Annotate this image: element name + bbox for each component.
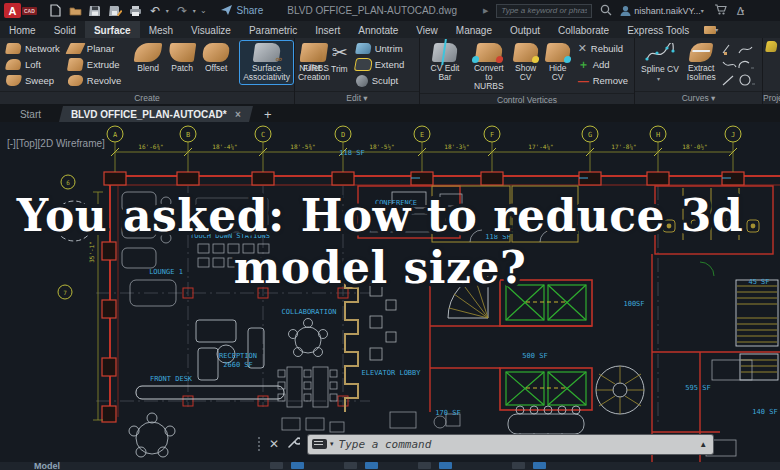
- svg-text:COLLABORATION: COLLABORATION: [282, 308, 337, 316]
- command-caret-icon[interactable]: ▾: [330, 440, 334, 448]
- tab-manage[interactable]: Manage: [447, 21, 501, 38]
- curve-tools-row-2[interactable]: [721, 58, 755, 72]
- svg-text:18'-3½": 18'-3½": [444, 143, 469, 150]
- alerts-caret-icon[interactable]: ▾: [741, 7, 744, 14]
- close-tab-icon[interactable]: ×: [235, 109, 241, 120]
- command-input[interactable]: ▾ Type a command ▲: [308, 435, 713, 454]
- save-as-icon[interactable]: [109, 4, 122, 17]
- fillet-button[interactable]: Fillet: [298, 41, 326, 75]
- undo-caret-icon[interactable]: ▾: [166, 7, 169, 14]
- snap-toggle[interactable]: [291, 462, 304, 469]
- control-vertices-panel-label[interactable]: Control Vertices: [420, 93, 634, 104]
- qat-customize-caret-icon[interactable]: ⌄: [200, 6, 207, 15]
- project-geometry-icon[interactable]: [765, 41, 778, 52]
- planar-button[interactable]: Planar: [65, 41, 124, 56]
- tab-insert[interactable]: Insert: [306, 21, 349, 38]
- add-cv-button[interactable]: ＋Add: [575, 57, 631, 72]
- blend-label: Blend: [137, 64, 159, 73]
- search-icon[interactable]: [600, 4, 612, 18]
- offset-button[interactable]: Offset: [200, 41, 232, 75]
- convert-to-nurbs-button[interactable]: Convert toNURBS: [469, 41, 509, 93]
- osnap-toggle[interactable]: [418, 462, 431, 469]
- ribbon: Network Loft Sweep Planar Extrude Revolv…: [0, 38, 780, 104]
- tab-visualize[interactable]: Visualize: [182, 21, 240, 38]
- extract-label-2: Isolines: [687, 73, 716, 82]
- redo-icon[interactable]: ↷: [176, 4, 189, 17]
- extend-button[interactable]: Extend: [353, 57, 408, 72]
- tab-solid[interactable]: Solid: [45, 21, 85, 38]
- svg-text:H: H: [656, 131, 660, 139]
- sweep-label: Sweep: [25, 75, 54, 86]
- command-close-icon[interactable]: ✕: [269, 437, 279, 451]
- surface-associativity-toggle[interactable]: ∞ SurfaceAssociativity: [240, 41, 293, 84]
- viewport-controls[interactable]: [-][Top][2D Wireframe]: [7, 138, 105, 149]
- tab-home[interactable]: Home: [0, 21, 45, 38]
- extract-isolines-button[interactable]: ExtractIsolines: [684, 41, 719, 84]
- drawing-canvas[interactable]: [-][Top][2D Wireframe]: [0, 122, 780, 462]
- tab-express-tools[interactable]: Express Tools: [618, 21, 698, 38]
- grid-toggle[interactable]: [270, 462, 283, 469]
- loft-button[interactable]: Loft: [3, 57, 63, 72]
- curves-panel-label[interactable]: Curves ▾: [635, 91, 762, 104]
- hide-cv-button[interactable]: HideCV: [543, 41, 573, 84]
- share-button[interactable]: Share: [221, 5, 264, 16]
- revolve-button[interactable]: Revolve: [65, 73, 124, 88]
- open-folder-icon[interactable]: [69, 4, 82, 17]
- lineweight-toggle[interactable]: [512, 462, 525, 469]
- drawing-tab[interactable]: BLVD OFFICE_PLAN-AUTOCAD* ×: [59, 106, 253, 122]
- extrude-button[interactable]: Extrude: [65, 57, 124, 72]
- new-file-icon[interactable]: [49, 4, 62, 17]
- command-prompt-icon[interactable]: [312, 439, 327, 449]
- dynamic-input-toggle[interactable]: [533, 462, 546, 469]
- autocad-logo-cad: CAD: [22, 7, 37, 15]
- model-space-button[interactable]: Model: [34, 462, 60, 470]
- blend-button[interactable]: Blend: [132, 41, 164, 75]
- polar-toggle[interactable]: [365, 462, 378, 469]
- tab-collaborate[interactable]: Collaborate: [549, 21, 618, 38]
- sweep-button[interactable]: Sweep: [3, 73, 63, 88]
- edit-panel-label[interactable]: Edit ▾: [295, 91, 419, 104]
- start-tab[interactable]: Start: [8, 106, 53, 122]
- tab-view[interactable]: View: [407, 21, 447, 38]
- svg-text:17'-4¼": 17'-4¼": [528, 143, 553, 150]
- remove-cv-button[interactable]: —Remove: [575, 73, 631, 88]
- tab-mesh[interactable]: Mesh: [140, 21, 182, 38]
- tab-overflow-button[interactable]: ▾: [698, 21, 724, 38]
- patch-label: Patch: [171, 64, 193, 73]
- help-search-input[interactable]: Type a keyword or phrase: [496, 4, 592, 18]
- plot-icon[interactable]: [129, 4, 142, 17]
- user-account-menu[interactable]: nishant.naikVY... ▾: [620, 5, 703, 16]
- new-drawing-button[interactable]: +: [259, 108, 277, 122]
- create-panel-label[interactable]: Create: [0, 91, 294, 104]
- autocad-logo[interactable]: A: [4, 3, 21, 18]
- curve-tools-row-3[interactable]: [721, 73, 755, 87]
- rebuild-label: Rebuild: [591, 43, 623, 54]
- command-line-grip[interactable]: [258, 437, 261, 451]
- trim-button[interactable]: ✂ Trim: [328, 41, 351, 76]
- rebuild-button[interactable]: ✕Rebuild: [575, 41, 631, 56]
- tab-surface[interactable]: Surface: [85, 21, 140, 38]
- redo-caret-icon[interactable]: ▾: [193, 7, 196, 14]
- tab-parametric[interactable]: Parametric: [240, 21, 306, 38]
- sculpt-button[interactable]: Sculpt: [353, 73, 408, 88]
- spline-cv-button[interactable]: Spline CV ▾: [638, 41, 682, 84]
- patch-button[interactable]: Patch: [166, 41, 198, 75]
- ribbon-tab-bar: Home Solid Surface Mesh Visualize Parame…: [0, 21, 780, 38]
- show-cv-button[interactable]: ShowCV: [511, 41, 541, 84]
- ortho-toggle[interactable]: [344, 462, 357, 469]
- extract-isolines-icon: [689, 43, 714, 62]
- file-tab-bar: Start BLVD OFFICE_PLAN-AUTOCAD* × +: [0, 104, 780, 122]
- curve-tools-row-1[interactable]: [721, 43, 755, 57]
- tab-output[interactable]: Output: [501, 21, 549, 38]
- cart-icon[interactable]: [714, 4, 727, 17]
- untrim-button[interactable]: Untrim: [353, 41, 408, 56]
- cv-edit-bar-button[interactable]: CV Edit Bar: [423, 41, 467, 84]
- otrack-toggle[interactable]: [439, 462, 452, 469]
- tab-annotate[interactable]: Annotate: [349, 21, 407, 38]
- save-icon[interactable]: [89, 4, 102, 17]
- customize-wrench-icon[interactable]: [287, 435, 300, 453]
- undo-icon[interactable]: ↶: [149, 4, 162, 17]
- network-button[interactable]: Network: [3, 41, 63, 56]
- command-history-arrow-icon[interactable]: ▲: [699, 440, 707, 449]
- extrude-surface-icon: [67, 58, 84, 71]
